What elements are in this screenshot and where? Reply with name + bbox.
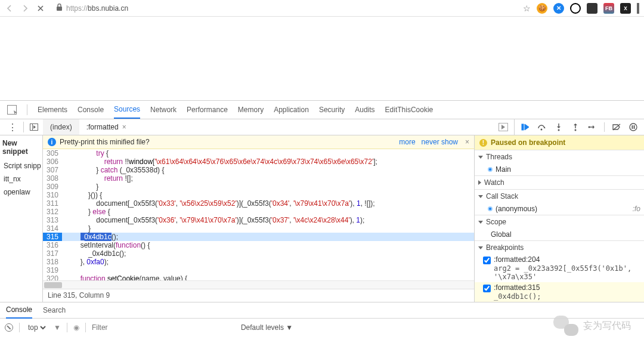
paused-banner: !Paused on breakpoint bbox=[475, 135, 644, 150]
browser-toolbar: https://bbs.nubia.cn ☆ 🍪 ✕ FB x bbox=[0, 0, 644, 17]
svg-rect-1 bbox=[522, 124, 524, 130]
run-snippet-icon[interactable] bbox=[499, 123, 508, 131]
separator bbox=[85, 323, 86, 332]
tab-audits[interactable]: Audits bbox=[355, 101, 374, 118]
stack-frame[interactable]: (anonymous):fo bbox=[475, 203, 644, 215]
file-tab-label: :formatted bbox=[86, 123, 119, 131]
chevron-down-icon bbox=[478, 221, 483, 224]
ext-square-icon[interactable] bbox=[587, 3, 597, 14]
source-panel: i Pretty-print this minified file? more … bbox=[43, 135, 474, 302]
ext-ring-icon[interactable] bbox=[570, 3, 581, 14]
close-icon[interactable]: × bbox=[122, 123, 126, 131]
svg-marker-2 bbox=[525, 124, 529, 130]
info-icon: i bbox=[48, 138, 56, 146]
thread-main[interactable]: Main bbox=[475, 163, 644, 175]
ext-blue-icon[interactable]: ✕ bbox=[553, 3, 564, 14]
breakpoint-checkbox[interactable] bbox=[483, 285, 491, 292]
svg-rect-9 bbox=[632, 125, 633, 129]
active-dot-icon bbox=[488, 206, 493, 211]
breakpoint-item[interactable]: :formatted:204arg2 = _0x23a392[_0x55f3('… bbox=[475, 254, 644, 282]
drawer-tab-console[interactable]: Console bbox=[6, 302, 32, 319]
chevron-down-icon bbox=[478, 156, 483, 159]
svg-rect-10 bbox=[634, 125, 635, 129]
address-bar[interactable]: https://bbs.nubia.cn bbox=[51, 2, 517, 14]
tab-memory[interactable]: Memory bbox=[238, 101, 264, 118]
file-tab-formatted[interactable]: :formatted× bbox=[79, 119, 134, 135]
section-scope[interactable]: Scope bbox=[475, 215, 644, 228]
pretty-print-never-link[interactable]: never show bbox=[422, 138, 458, 146]
step-into-icon[interactable] bbox=[554, 122, 564, 132]
live-expression-icon[interactable]: ◉ bbox=[73, 323, 79, 332]
back-button[interactable] bbox=[5, 4, 14, 13]
breakpoint-code: arg2 = _0x23a392[_0x55f3('0x1b', '\x7a\x… bbox=[494, 264, 640, 281]
snippets-header[interactable]: New snippet bbox=[0, 135, 42, 159]
star-icon[interactable]: ☆ bbox=[523, 4, 531, 13]
ext-x-icon[interactable]: x bbox=[620, 3, 631, 14]
snippet-item[interactable]: Script snipp bbox=[0, 159, 42, 172]
ext-bar-icon[interactable] bbox=[637, 3, 639, 14]
pretty-print-more-link[interactable]: more bbox=[399, 138, 415, 146]
page-content bbox=[0, 17, 644, 100]
debugger-controls bbox=[515, 122, 644, 132]
pretty-print-banner: i Pretty-print this minified file? more … bbox=[43, 135, 474, 149]
forward-button[interactable] bbox=[20, 4, 30, 13]
separator bbox=[27, 104, 27, 115]
tab-application[interactable]: Application bbox=[274, 101, 309, 118]
snippet-item[interactable]: itt_nx bbox=[0, 172, 42, 186]
tab-editthiscookie[interactable]: EditThisCookie bbox=[385, 101, 434, 118]
breakpoint-code: _0x4db1c(); bbox=[494, 292, 541, 301]
file-tab-index[interactable]: (index) bbox=[43, 119, 79, 135]
chevron-down-icon bbox=[478, 195, 483, 198]
separator bbox=[67, 323, 67, 332]
cursor-status: Line 315, Column 9 bbox=[43, 289, 474, 302]
tab-console[interactable]: Console bbox=[78, 101, 104, 118]
section-breakpoints[interactable]: Breakpoints bbox=[475, 240, 644, 254]
ext-cookie-icon[interactable]: 🍪 bbox=[537, 3, 547, 14]
filter-input[interactable] bbox=[92, 323, 235, 332]
breakpoint-item[interactable]: :formatted:315_0x4db1c(); bbox=[475, 282, 644, 302]
snippet-item[interactable]: openlaw bbox=[0, 186, 42, 199]
breakpoint-location: :formatted:315 bbox=[494, 283, 541, 292]
inspect-icon[interactable] bbox=[7, 105, 17, 115]
clear-console-icon[interactable] bbox=[5, 323, 13, 332]
tab-network[interactable]: Network bbox=[150, 101, 177, 118]
code-editor[interactable]: 305 try {306 return !!window['\x61\x64\x… bbox=[43, 149, 474, 280]
context-select[interactable]: top bbox=[26, 323, 48, 332]
active-dot-icon bbox=[488, 167, 493, 172]
section-callstack[interactable]: Call Stack bbox=[475, 189, 644, 203]
stop-button[interactable] bbox=[36, 4, 45, 13]
tab-sources[interactable]: Sources bbox=[114, 101, 140, 119]
log-levels-select[interactable]: Default levels ▼ bbox=[241, 323, 293, 332]
svg-rect-0 bbox=[57, 7, 62, 11]
section-threads[interactable]: Threads bbox=[475, 150, 644, 163]
sources-toolbar: ⋮ (index) :formatted× bbox=[0, 119, 644, 135]
wechat-icon bbox=[553, 316, 578, 336]
sources-body: New snippet Script snipp itt_nx openlaw … bbox=[0, 135, 644, 302]
kebab-icon[interactable]: ⋮ bbox=[8, 122, 17, 133]
step-out-icon[interactable] bbox=[571, 122, 580, 132]
separator bbox=[19, 323, 20, 332]
snippets-panel: New snippet Script snipp itt_nx openlaw bbox=[0, 135, 43, 302]
tab-performance[interactable]: Performance bbox=[187, 101, 228, 118]
tab-elements[interactable]: Elements bbox=[38, 101, 67, 118]
step-icon[interactable] bbox=[587, 122, 597, 132]
pretty-print-text: Pretty-print this minified file? bbox=[60, 138, 150, 146]
close-icon[interactable]: × bbox=[465, 138, 469, 146]
scope-global[interactable]: Global bbox=[475, 228, 644, 240]
resume-icon[interactable] bbox=[521, 122, 530, 132]
horizontal-scrollbar[interactable] bbox=[43, 280, 474, 289]
step-over-icon[interactable] bbox=[537, 122, 547, 132]
frame-source: :fo bbox=[633, 205, 640, 213]
drawer-tab-search[interactable]: Search bbox=[43, 302, 66, 318]
breakpoint-checkbox[interactable] bbox=[483, 257, 491, 264]
navigator-toggle-icon[interactable] bbox=[30, 123, 38, 131]
pause-on-exceptions-icon[interactable] bbox=[628, 122, 638, 132]
section-watch[interactable]: Watch bbox=[475, 175, 644, 189]
ext-fb-icon[interactable]: FB bbox=[603, 3, 614, 14]
deactivate-breakpoints-icon[interactable] bbox=[612, 122, 621, 132]
file-tabs: (index) :formatted× bbox=[43, 119, 134, 135]
debugger-panel: !Paused on breakpoint Threads Main Watch… bbox=[474, 135, 644, 302]
wechat-watermark: 妄为写代码 bbox=[553, 316, 631, 336]
tab-security[interactable]: Security bbox=[319, 101, 345, 118]
warning-icon: ! bbox=[479, 139, 487, 147]
